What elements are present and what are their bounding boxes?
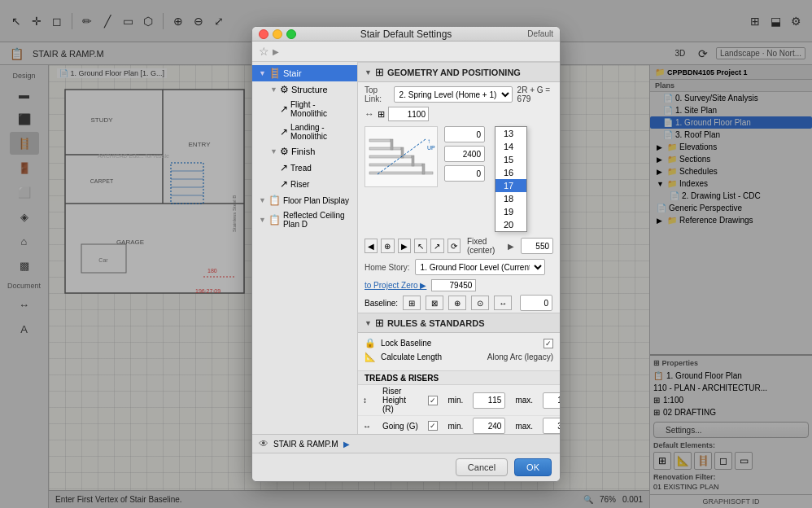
going-min-input[interactable]: [473, 418, 505, 434]
dropdown-item-13[interactable]: 13: [495, 127, 526, 140]
dtree-stair[interactable]: ▼ 🪜 Stair: [252, 65, 357, 81]
dtree-label-landing: Landing - Monolithic: [290, 123, 351, 141]
dropdown-item-19[interactable]: 19: [495, 205, 526, 218]
baseline-icon-4[interactable]: ⊙: [471, 296, 489, 310]
to-project-zero-btn[interactable]: to Project Zero ▶: [365, 281, 426, 290]
project-zero-input[interactable]: [431, 279, 476, 291]
stair-val-input-2[interactable]: [444, 146, 485, 162]
dialog-footer: Cancel OK: [252, 453, 560, 481]
geometry-section-title: GEOMETRY AND POSITIONING: [387, 68, 521, 77]
svg-rect-27: [391, 139, 393, 150]
going-label: Going (G): [382, 422, 418, 431]
going-max-input[interactable]: [543, 418, 560, 434]
dtree-finish[interactable]: ▼ ⚙ Finish: [264, 143, 357, 160]
dialog-tree[interactable]: ▼ 🪜 Stair ▼ ⚙ Structure ↗ Flight - Monol…: [252, 62, 358, 434]
default-button[interactable]: Default: [527, 29, 553, 38]
dtree-sub-flight: ↗ Flight - Monolithic ↗ Landing - Monoli…: [264, 98, 357, 143]
dtree-label-finish: Finish: [291, 147, 315, 156]
going-label-cell: Going (G): [378, 416, 423, 434]
svg-rect-24: [422, 164, 425, 174]
going-min-val[interactable]: [468, 416, 510, 434]
dtree-label-floor-plan: Floor Plan Display: [283, 196, 349, 205]
rules-section-title: RULES & STANDARDS: [387, 318, 485, 328]
formula-label: 2R + G = 679: [517, 85, 553, 103]
lock-baseline-check[interactable]: [544, 339, 553, 348]
rules-arrow-icon[interactable]: ▼: [365, 319, 372, 327]
going-check[interactable]: [428, 421, 438, 431]
fixed-val-input[interactable]: [521, 238, 553, 254]
baseline-icon-1[interactable]: ⊞: [403, 296, 421, 310]
riser-min-input[interactable]: [473, 392, 505, 409]
going-max-val[interactable]: [538, 416, 560, 434]
max-traffic-light[interactable]: [286, 29, 296, 39]
dtree-icon-finish: ⚙: [280, 146, 289, 157]
val-row-3: [444, 165, 485, 182]
width-input[interactable]: [388, 107, 429, 121]
dtree-flight[interactable]: ↗ Flight - Monolithic: [273, 98, 357, 120]
dropdown-item-16[interactable]: 16: [495, 166, 526, 179]
min-traffic-light[interactable]: [273, 29, 282, 39]
dropdown-item-20[interactable]: 20: [495, 218, 526, 231]
pos-btn-tr[interactable]: ↗: [430, 239, 443, 253]
dtree-icon-riser: ↗: [280, 178, 288, 190]
stair-val-input-1[interactable]: [444, 126, 485, 142]
riser-icon: ↕: [363, 396, 367, 405]
pos-btn-center[interactable]: ⊕: [381, 239, 394, 253]
pos-controls-row: ◀ ⊕ ▶ ↖ ↗ ⟳ Fixed (center) ▶: [358, 235, 560, 256]
element-arrow[interactable]: ▶: [343, 440, 350, 449]
cancel-button[interactable]: Cancel: [456, 458, 508, 476]
riser-check-cell: [423, 385, 443, 416]
calc-length-row: 📐 Calculate Length Along Arc (legacy): [365, 352, 553, 362]
dtree-icon-landing: ↗: [280, 126, 288, 138]
dtree-riser[interactable]: ↗ Riser: [273, 176, 357, 192]
geometry-arrow-icon[interactable]: ▼: [365, 68, 372, 77]
top-link-select[interactable]: 2. Spring Level (Home + 1): [394, 86, 513, 103]
dtree-label-riser: Riser: [290, 180, 309, 189]
rules-section-icon: ⊞: [375, 317, 384, 329]
width-icon: ↔: [365, 108, 374, 120]
pos-btn-left[interactable]: ◀: [365, 239, 378, 253]
numeric-dropdown-list[interactable]: 13 14 15 16 17 18 19 20: [495, 126, 527, 232]
pos-btn-tl[interactable]: ↖: [414, 239, 427, 253]
riser-label: Riser Height (R): [382, 387, 406, 414]
project-zero-row: to Project Zero ▶: [358, 278, 560, 293]
dropdown-item-17[interactable]: 17: [495, 179, 526, 192]
riser-min-label: min.: [443, 385, 468, 416]
chevron-right-icon[interactable]: ▶: [508, 242, 514, 251]
eye-icon[interactable]: 👁: [259, 438, 268, 449]
top-link-row: Top Link: 2. Spring Level (Home + 1) 2R …: [358, 82, 560, 105]
going-icon: ↔: [363, 422, 371, 431]
pos-btn-right[interactable]: ▶: [398, 239, 411, 253]
riser-min-val[interactable]: [468, 385, 510, 416]
favorite-star-icon[interactable]: ☆: [259, 45, 269, 58]
home-story-label: Home Story:: [365, 263, 410, 272]
fixed-center-label: Fixed (center): [467, 237, 503, 255]
baseline-icon-5[interactable]: ↔: [494, 296, 512, 310]
dropdown-item-18[interactable]: 18: [495, 192, 526, 205]
pos-btn-ch[interactable]: ⟳: [447, 239, 461, 253]
baseline-icon-3[interactable]: ⊕: [448, 296, 466, 310]
svg-rect-23: [369, 139, 391, 142]
dropdown-item-15[interactable]: 15: [495, 153, 526, 166]
baseline-icon-2[interactable]: ⊠: [426, 296, 443, 310]
baseline-val-input[interactable]: [520, 295, 552, 311]
dialog-body: ▼ 🪜 Stair ▼ ⚙ Structure ↗ Flight - Monol…: [252, 62, 560, 434]
dtree-structure[interactable]: ▼ ⚙ Structure: [264, 81, 357, 98]
home-story-select[interactable]: 1. Ground Floor Level (Current): [415, 259, 545, 275]
ok-button[interactable]: OK: [514, 458, 552, 476]
riser-check[interactable]: [428, 396, 438, 405]
dropdown-item-14[interactable]: 14: [495, 140, 526, 153]
dtree-floor-plan[interactable]: ▼ 📋 Floor Plan Display: [252, 192, 357, 208]
stair-val-input-3[interactable]: [444, 165, 485, 182]
riser-max-input[interactable]: [543, 392, 560, 409]
dtree-landing[interactable]: ↗ Landing - Monolithic: [273, 120, 357, 143]
breadcrumb-arrow: ▶: [273, 47, 279, 56]
riser-max-val[interactable]: [538, 385, 560, 416]
traffic-lights: [259, 29, 296, 39]
dtree-label-reflected: Reflected Ceiling Plan D: [283, 211, 351, 229]
dtree-icon-reflected: 📋: [268, 214, 281, 226]
dtree-label-stair: Stair: [283, 68, 302, 78]
close-traffic-light[interactable]: [259, 29, 268, 39]
dtree-reflected[interactable]: ▼ 📋 Reflected Ceiling Plan D: [252, 208, 357, 231]
dtree-tread[interactable]: ↗ Tread: [273, 160, 357, 176]
